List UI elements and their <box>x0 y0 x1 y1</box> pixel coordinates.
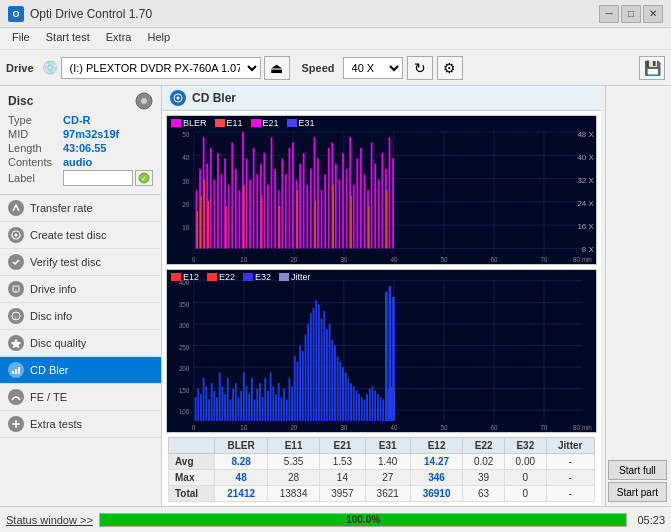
svg-rect-108 <box>261 195 263 248</box>
svg-rect-202 <box>339 362 341 421</box>
svg-rect-210 <box>361 397 363 421</box>
menu-help[interactable]: Help <box>139 30 178 47</box>
stats-table: BLER E11 E21 E31 E12 E22 E32 Jitter Avg <box>168 437 595 502</box>
menu-file[interactable]: File <box>4 30 38 47</box>
svg-rect-168 <box>248 394 250 421</box>
nav-verify-test-disc-label: Verify test disc <box>30 256 101 268</box>
svg-rect-95 <box>371 142 373 248</box>
nav-create-test-disc[interactable]: Create test disc <box>0 222 161 249</box>
svg-text:0: 0 <box>192 256 196 264</box>
chart-e12: E12 E22 E32 Jitter <box>166 269 597 433</box>
svg-rect-51 <box>213 180 215 249</box>
nav-cd-bler[interactable]: CD Bler <box>0 357 161 384</box>
disc-panel-icon[interactable] <box>135 92 153 110</box>
window-controls[interactable]: ─ □ ✕ <box>599 5 663 23</box>
svg-rect-105 <box>207 201 209 249</box>
svg-rect-157 <box>219 373 221 422</box>
settings-button[interactable]: ⚙ <box>437 56 463 80</box>
col-header-jitter: Jitter <box>546 438 594 454</box>
menu-start-test[interactable]: Start test <box>38 30 98 47</box>
svg-rect-86 <box>339 180 341 249</box>
nav-disc-info-label: Disc info <box>30 310 72 322</box>
avg-e11: 5.35 <box>267 454 319 470</box>
svg-rect-162 <box>232 389 234 421</box>
svg-rect-155 <box>213 391 215 421</box>
svg-text:50: 50 <box>440 256 447 264</box>
start-part-button[interactable]: Start part <box>608 482 667 502</box>
chart1-y-axis: 48 X 40 X 32 X 24 X 16 X 8 X <box>577 116 593 264</box>
minimize-button[interactable]: ─ <box>599 5 619 23</box>
status-window-button[interactable]: Status window >> <box>6 514 93 526</box>
svg-point-1 <box>141 98 147 104</box>
svg-rect-178 <box>275 394 277 421</box>
progress-bar: 100.0% <box>99 513 628 527</box>
maximize-button[interactable]: □ <box>621 5 641 23</box>
svg-text:10: 10 <box>182 224 189 232</box>
refresh-button[interactable]: ↻ <box>407 56 433 80</box>
svg-text:20: 20 <box>182 201 189 209</box>
svg-rect-104 <box>204 180 206 249</box>
svg-rect-173 <box>262 397 264 421</box>
nav-fe-te[interactable]: FE / TE <box>0 384 161 411</box>
svg-rect-216 <box>377 394 379 421</box>
svg-rect-203 <box>342 367 344 421</box>
save-button[interactable]: 💾 <box>639 56 665 80</box>
svg-rect-206 <box>350 383 352 421</box>
nav-transfer-rate[interactable]: Transfer rate <box>0 195 161 222</box>
nav-extra-tests[interactable]: Extra tests <box>0 411 161 438</box>
nav-disc-info[interactable]: i Disc info <box>0 303 161 330</box>
svg-rect-193 <box>315 300 317 421</box>
svg-rect-184 <box>291 387 293 422</box>
total-e31: 3621 <box>365 486 410 502</box>
nav-disc-quality[interactable]: Disc quality <box>0 330 161 357</box>
svg-rect-194 <box>318 305 320 421</box>
svg-rect-72 <box>289 148 291 249</box>
start-buttons-panel: Start full Start part <box>605 86 671 506</box>
svg-rect-58 <box>238 190 240 248</box>
svg-rect-150 <box>200 394 202 421</box>
disc-label-row: Label ✓ <box>8 170 153 186</box>
avg-e22: 0.02 <box>463 454 505 470</box>
svg-rect-71 <box>285 174 287 248</box>
svg-rect-77 <box>306 185 308 249</box>
svg-text:80 min: 80 min <box>573 423 592 431</box>
menu-bar: File Start test Extra Help <box>0 28 671 50</box>
app-title: Opti Drive Control 1.70 <box>30 7 152 21</box>
close-button[interactable]: ✕ <box>643 5 663 23</box>
svg-rect-73 <box>292 142 294 248</box>
svg-point-16 <box>177 97 180 100</box>
start-full-button[interactable]: Start full <box>608 460 667 480</box>
disc-quality-icon <box>8 335 24 351</box>
nav-drive-info[interactable]: i Drive info <box>0 276 161 303</box>
disc-mid-row: MID 97m32s19f <box>8 128 153 140</box>
svg-rect-55 <box>228 185 230 249</box>
svg-rect-66 <box>267 185 269 249</box>
avg-e31: 1.40 <box>365 454 410 470</box>
svg-text:50: 50 <box>440 423 447 431</box>
svg-rect-204 <box>345 373 347 422</box>
eject-button[interactable]: ⏏ <box>264 56 290 80</box>
max-e11: 28 <box>267 470 319 486</box>
svg-rect-214 <box>372 387 374 422</box>
total-e11: 13834 <box>267 486 319 502</box>
svg-text:20: 20 <box>290 423 297 431</box>
disc-panel: Disc Type CD-R MID 97m32s19f Length 43:0… <box>0 86 161 195</box>
svg-rect-205 <box>347 378 349 421</box>
disc-label-button[interactable]: ✓ <box>135 170 153 186</box>
svg-text:300: 300 <box>179 322 190 330</box>
svg-rect-151 <box>203 378 205 421</box>
svg-rect-211 <box>364 400 366 422</box>
menu-extra[interactable]: Extra <box>98 30 140 47</box>
svg-rect-10 <box>12 371 14 374</box>
speed-select[interactable]: 40 X 8 X 16 X 24 X 32 X 48 X <box>343 57 403 79</box>
svg-text:250: 250 <box>179 344 190 352</box>
nav-verify-test-disc[interactable]: Verify test disc <box>0 249 161 276</box>
svg-rect-100 <box>389 137 391 248</box>
svg-rect-154 <box>211 383 213 421</box>
svg-text:60: 60 <box>491 256 498 264</box>
svg-rect-223 <box>385 292 388 421</box>
drive-select[interactable]: (I:) PLEXTOR DVDR PX-760A 1.07 <box>61 57 261 79</box>
avg-e32: 0.00 <box>504 454 546 470</box>
svg-rect-174 <box>264 378 266 421</box>
disc-label-input[interactable] <box>63 170 133 186</box>
